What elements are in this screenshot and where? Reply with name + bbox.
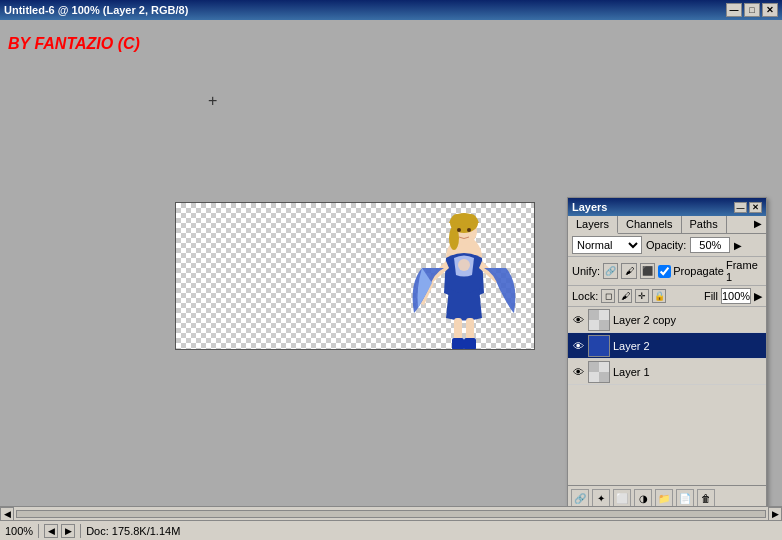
nav-next-btn[interactable]: ▶ [61, 524, 75, 538]
propagate-label: Propagate [673, 265, 724, 277]
lock-image-icon[interactable]: 🖌 [618, 289, 632, 303]
watermark-text: BY FANTAZIO (C) [8, 35, 140, 53]
svg-rect-13 [589, 310, 599, 320]
layer-thumbnail [588, 309, 610, 331]
link-layers-icon[interactable]: 🔗 [571, 489, 589, 507]
window-controls: — □ ✕ [726, 3, 778, 17]
maximize-button[interactable]: □ [744, 3, 760, 17]
scroll-track[interactable] [16, 510, 766, 518]
navigation-controls: ◀ ▶ [44, 524, 75, 538]
fill-label: Fill [704, 290, 718, 302]
status-separator [38, 524, 39, 538]
blend-mode-select[interactable]: Normal Multiply Screen [572, 236, 642, 254]
unify-icon-1[interactable]: 🔗 [603, 263, 618, 279]
layer-style-icon[interactable]: ✦ [592, 489, 610, 507]
layer-visibility-eye-2[interactable]: 👁 [571, 339, 585, 353]
layers-empty-area [568, 385, 766, 485]
layers-panel-minimize[interactable]: — [734, 202, 747, 213]
character-figure [404, 203, 524, 350]
svg-rect-7 [452, 338, 464, 350]
unify-icon-2[interactable]: 🖌 [621, 263, 636, 279]
propagate-checkbox[interactable] [658, 265, 671, 278]
canvas-area: BY FANTAZIO (C) + [0, 20, 782, 520]
nav-prev-btn[interactable]: ◀ [44, 524, 58, 538]
crosshair-cursor: + [208, 93, 217, 109]
layer-item-2[interactable]: 👁 Layer 2 [568, 333, 766, 359]
svg-point-9 [457, 228, 461, 232]
lock-all-icon[interactable]: 🔒 [652, 289, 666, 303]
close-button[interactable]: ✕ [762, 3, 778, 17]
window-title: Untitled-6 @ 100% (Layer 2, RGB/8) [4, 4, 188, 16]
minimize-button[interactable]: — [726, 3, 742, 17]
layer-visibility-eye-3[interactable]: 👁 [571, 365, 585, 379]
frame-label: Frame 1 [726, 259, 762, 283]
zoom-level: 100% [5, 525, 33, 537]
canvas-frame [175, 202, 535, 350]
group-layers-icon[interactable]: 📁 [655, 489, 673, 507]
title-bar: Untitled-6 @ 100% (Layer 2, RGB/8) — □ ✕ [0, 0, 782, 20]
svg-rect-14 [599, 320, 609, 330]
lock-position-icon[interactable]: ✛ [635, 289, 649, 303]
layer-name-2: Layer 2 [613, 340, 763, 352]
delete-layer-icon[interactable]: 🗑 [697, 489, 715, 507]
svg-point-10 [467, 228, 471, 232]
layers-tabs: Layers Channels Paths ▶ [568, 216, 766, 234]
layer-mask-icon[interactable]: ⬜ [613, 489, 631, 507]
adjustment-layer-icon[interactable]: ◑ [634, 489, 652, 507]
lock-label: Lock: [572, 290, 598, 302]
horizontal-scrollbar: ◀ ▶ [0, 506, 782, 520]
layers-panel-titlebar: Layers — ✕ [568, 198, 766, 216]
opacity-input[interactable] [690, 237, 730, 253]
layers-panel: Layers — ✕ Layers Channels Paths ▶ Norma… [567, 197, 767, 511]
unify-row: Unify: 🔗 🖌 ⬛ Propagate Frame 1 [568, 257, 766, 286]
lock-transparent-icon[interactable]: ◻ [601, 289, 615, 303]
fill-input[interactable] [721, 288, 751, 304]
lock-row: Lock: ◻ 🖌 ✛ 🔒 Fill ▶ [568, 286, 766, 307]
unify-icon-3[interactable]: ⬛ [640, 263, 655, 279]
tab-paths[interactable]: Paths [682, 216, 727, 233]
layer-name-2-copy: Layer 2 copy [613, 314, 763, 326]
status-bar: 100% ◀ ▶ Doc: 175.8K/1.14M [0, 520, 782, 540]
layer-item-1[interactable]: 👁 Layer 1 [568, 359, 766, 385]
blend-opacity-row: Normal Multiply Screen Opacity: ▶ [568, 234, 766, 257]
layer-name-1: Layer 1 [613, 366, 763, 378]
status-separator-2 [80, 524, 81, 538]
opacity-label: Opacity: [646, 239, 686, 251]
layer-thumbnail-2 [588, 335, 610, 357]
unify-label: Unify: [572, 265, 600, 277]
layers-panel-close[interactable]: ✕ [749, 202, 762, 213]
scroll-left-btn[interactable]: ◀ [0, 507, 14, 521]
doc-info: Doc: 175.8K/1.14M [86, 525, 180, 537]
layers-panel-title: Layers [572, 201, 607, 213]
layer-item-2-copy[interactable]: 👁 Layer 2 copy [568, 307, 766, 333]
tab-layers[interactable]: Layers [568, 216, 618, 234]
propagate-checkbox-group: Propagate Frame 1 [658, 259, 762, 283]
svg-rect-8 [464, 338, 476, 350]
svg-rect-17 [599, 372, 609, 382]
scroll-right-btn[interactable]: ▶ [768, 507, 782, 521]
layer-visibility-eye[interactable]: 👁 [571, 313, 585, 327]
svg-rect-16 [589, 362, 599, 372]
fill-dropdown-arrow[interactable]: ▶ [754, 290, 762, 303]
panel-menu-arrow[interactable]: ▶ [750, 216, 766, 233]
svg-point-4 [458, 259, 470, 271]
tab-channels[interactable]: Channels [618, 216, 681, 233]
layers-panel-controls: — ✕ [734, 202, 762, 213]
layer-thumbnail-1 [588, 361, 610, 383]
opacity-dropdown-arrow[interactable]: ▶ [734, 240, 742, 251]
new-layer-icon[interactable]: 📄 [676, 489, 694, 507]
